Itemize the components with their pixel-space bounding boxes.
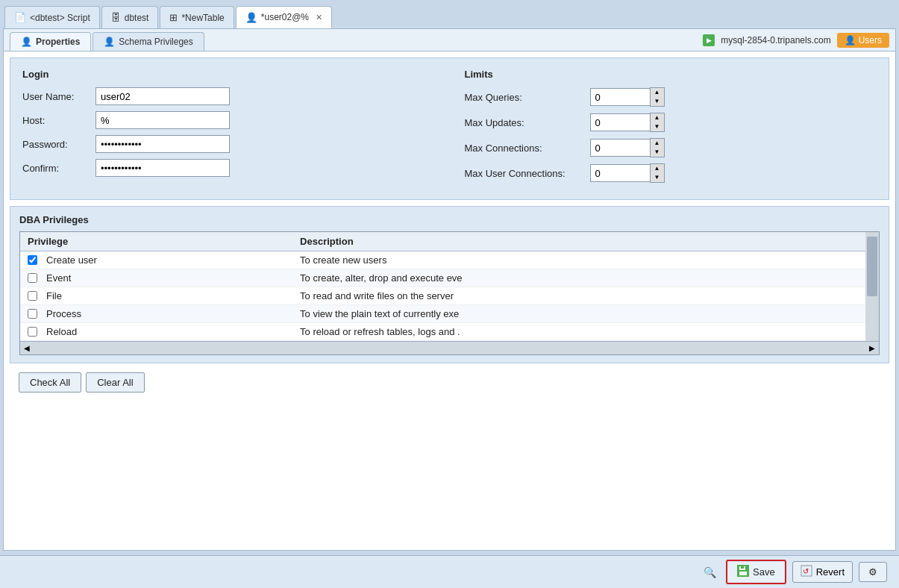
tab-script[interactable]: 📄 <dbtest> Script: [4, 6, 100, 28]
revert-label: Revert: [816, 566, 845, 578]
max-updates-down[interactable]: ▼: [651, 122, 664, 131]
password-input[interactable]: [95, 135, 230, 153]
revert-icon: ↺: [801, 565, 812, 579]
max-user-connections-down[interactable]: ▼: [651, 173, 664, 182]
privilege-checkbox[interactable]: [28, 327, 37, 337]
max-updates-up[interactable]: ▲: [651, 113, 664, 122]
tab-close-icon[interactable]: ✕: [316, 13, 322, 22]
extra-button[interactable]: ⚙: [859, 562, 887, 582]
privilege-checkbox[interactable]: [28, 291, 37, 301]
privileges-area: DBA Privileges Privilege Description Cre…: [10, 206, 889, 363]
search-button[interactable]: 🔍: [699, 562, 720, 583]
h-scroll-right[interactable]: ▶: [865, 342, 879, 355]
max-user-connections-up[interactable]: ▲: [651, 164, 664, 173]
max-updates-spinner: ▲ ▼: [590, 113, 665, 132]
max-updates-label: Max Updates:: [465, 117, 584, 128]
script-icon: 📄: [14, 12, 26, 23]
host-label: Host:: [22, 115, 90, 126]
max-updates-input[interactable]: [590, 113, 650, 131]
confirm-label: Confirm:: [22, 163, 90, 174]
tab-newtable[interactable]: ⊞ *NewTable: [160, 6, 234, 28]
privilege-cell: Event: [20, 269, 292, 287]
tab-dbtest[interactable]: 🗄 dbtest: [101, 6, 159, 28]
privilege-checkbox[interactable]: [28, 255, 37, 265]
privilege-checkbox[interactable]: [28, 309, 37, 319]
sub-tab-schema-label: Schema Privileges: [119, 37, 192, 47]
table-scroll-area: Privilege Description Create userTo crea…: [20, 232, 879, 341]
save-icon: [737, 565, 749, 579]
max-user-connections-spinner: ▲ ▼: [590, 163, 665, 183]
buttons-row: Check All Clear All: [10, 369, 889, 395]
table-row: Create userTo create new users: [20, 251, 865, 269]
description-cell: To create, alter, drop and execute eve: [292, 269, 865, 287]
table-scrollbar[interactable]: [865, 232, 879, 341]
h-scroll-left[interactable]: ◀: [20, 342, 34, 355]
extra-icon: ⚙: [868, 566, 877, 578]
check-all-button[interactable]: Check All: [19, 372, 81, 392]
privilege-name: Reload: [46, 326, 77, 337]
dbtest-icon: 🗄: [111, 12, 121, 23]
max-queries-down[interactable]: ▼: [651, 97, 664, 106]
privilege-name: Create user: [46, 254, 97, 266]
tab-script-label: <dbtest> Script: [30, 13, 90, 23]
max-connections-down[interactable]: ▼: [651, 148, 664, 157]
save-button[interactable]: Save: [728, 562, 784, 582]
sub-tab-schema-privileges[interactable]: 👤 Schema Privileges: [93, 32, 204, 51]
privilege-cell: Reload: [20, 323, 292, 341]
sub-tab-properties[interactable]: 👤 Properties: [10, 32, 91, 51]
privilege-cell: Process: [20, 305, 292, 323]
max-queries-input[interactable]: [590, 88, 650, 106]
privileges-table: Privilege Description Create userTo crea…: [20, 232, 865, 341]
username-label: User Name:: [22, 91, 90, 102]
max-connections-spinners: ▲ ▼: [650, 138, 665, 157]
password-label: Password:: [22, 139, 90, 150]
confirm-input[interactable]: [95, 159, 230, 177]
max-queries-spinner: ▲ ▼: [590, 87, 665, 107]
revert-button[interactable]: ↺ Revert: [792, 561, 853, 583]
properties-icon: 👤: [21, 37, 32, 47]
max-connections-spinner: ▲ ▼: [590, 138, 665, 157]
max-connections-input[interactable]: [590, 139, 650, 157]
tab-newtable-label: *NewTable: [181, 13, 224, 23]
privilege-name: Event: [46, 272, 71, 284]
privilege-cell: File: [20, 287, 292, 305]
user-icon: 👤: [245, 12, 257, 23]
username-input[interactable]: [95, 87, 230, 105]
h-scrollbar[interactable]: ◀ ▶: [20, 341, 879, 354]
newtable-icon: ⊞: [169, 12, 178, 23]
svg-rect-3: [741, 566, 744, 569]
privilege-name: Process: [46, 308, 81, 319]
tab-user02-label: *user02@%: [261, 12, 309, 22]
max-queries-spinners: ▲ ▼: [650, 87, 665, 107]
privilege-name: File: [46, 290, 62, 301]
description-cell: To view the plain text of currently exe: [292, 305, 865, 323]
max-queries-row: Max Queries: ▲ ▼: [465, 87, 877, 107]
max-user-connections-input[interactable]: [590, 164, 650, 182]
table-row: ProcessTo view the plain text of current…: [20, 305, 865, 323]
username-row: User Name:: [22, 87, 435, 105]
sub-tab-properties-label: Properties: [36, 37, 80, 47]
h-scroll-track[interactable]: [34, 342, 865, 354]
users-button[interactable]: 👤 Users: [837, 33, 889, 48]
max-connections-up[interactable]: ▲: [651, 139, 664, 148]
max-queries-up[interactable]: ▲: [651, 88, 664, 97]
max-queries-label: Max Queries:: [465, 92, 584, 103]
tab-user02[interactable]: 👤 *user02@% ✕: [236, 6, 332, 28]
table-row: FileTo read and write files on the serve…: [20, 287, 865, 305]
users-icon: 👤: [845, 35, 856, 46]
tab-dbtest-label: dbtest: [125, 13, 149, 23]
svg-text:↺: ↺: [803, 567, 809, 575]
privilege-checkbox[interactable]: [28, 273, 37, 283]
sub-tabs: 👤 Properties 👤 Schema Privileges: [10, 32, 204, 51]
password-row: Password:: [22, 135, 435, 153]
description-cell: To reload or refresh tables, logs and .: [292, 323, 865, 341]
confirm-row: Confirm:: [22, 159, 435, 177]
tab-bar: 📄 <dbtest> Script 🗄 dbtest ⊞ *NewTable 👤…: [0, 0, 899, 28]
max-connections-label: Max Connections:: [465, 143, 584, 154]
clear-all-button[interactable]: Clear All: [86, 372, 144, 392]
description-cell: To create new users: [292, 251, 865, 269]
host-input[interactable]: [95, 111, 230, 129]
login-title: Login: [22, 69, 435, 80]
privileges-table-wrapper: Privilege Description Create userTo crea…: [19, 231, 880, 355]
limits-section: Limits Max Queries: ▲ ▼ Max Updates:: [465, 69, 877, 189]
